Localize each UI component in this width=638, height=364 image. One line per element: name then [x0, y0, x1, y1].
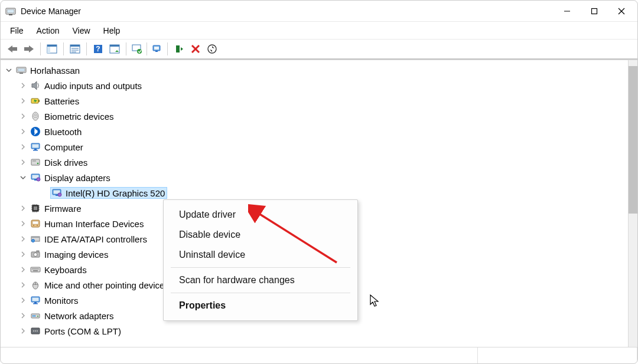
toolbar-uninstall[interactable]	[128, 41, 145, 57]
toolbar-back[interactable]	[4, 41, 21, 57]
svg-marker-37	[32, 81, 37, 90]
tree-node-label: Imaging devices	[44, 250, 108, 260]
toolbar-enable-device[interactable]	[171, 41, 187, 57]
camera-icon	[30, 249, 41, 260]
statusbar	[1, 347, 637, 363]
port-icon	[30, 326, 41, 336]
svg-rect-4	[592, 8, 597, 14]
tree-node-label: Batteries	[44, 96, 79, 106]
tree-node-label: IDE ATA/ATAPI controllers	[44, 234, 147, 244]
menu-help[interactable]: Help	[97, 24, 126, 38]
context-menu-item[interactable]: Update driver	[164, 205, 357, 225]
svg-rect-2	[9, 14, 12, 15]
context-menu-item[interactable]: Uninstall device	[164, 245, 357, 265]
close-button[interactable]	[608, 1, 635, 22]
tree-node[interactable]: Display adapters	[4, 170, 628, 185]
svg-rect-13	[70, 45, 80, 47]
tree-node[interactable]: Batteries	[4, 93, 628, 109]
svg-rect-85	[34, 268, 35, 269]
chevron-right-icon[interactable]	[18, 96, 28, 106]
minimize-button[interactable]	[554, 1, 581, 22]
chevron-right-icon[interactable]	[18, 204, 28, 213]
tree-node[interactable]: Ports (COM & LPT)	[4, 323, 628, 339]
fingerprint-icon	[30, 111, 41, 122]
chevron-right-icon[interactable]	[18, 311, 28, 320]
svg-rect-39	[38, 100, 40, 102]
svg-rect-45	[34, 149, 37, 150]
svg-point-75	[37, 225, 38, 226]
tree-node[interactable]: Computer	[4, 139, 628, 155]
svg-rect-94	[32, 298, 39, 301]
tree-node[interactable]: Biometric devices	[4, 109, 628, 124]
chevron-right-icon[interactable]	[18, 127, 28, 136]
svg-rect-46	[33, 150, 38, 151]
statusbar-cell	[1, 347, 478, 363]
svg-rect-20	[110, 45, 119, 47]
context-menu-item[interactable]: Disable device	[164, 225, 357, 245]
chevron-down-icon[interactable]	[18, 173, 28, 182]
svg-rect-27	[176, 45, 180, 53]
toolbar-help[interactable]: ?	[90, 41, 106, 57]
tree-node-label: Audio inputs and outputs	[44, 81, 142, 91]
toolbar: ?	[1, 40, 637, 60]
svg-rect-52	[34, 179, 37, 181]
svg-rect-81	[37, 251, 39, 252]
menu-action[interactable]: Action	[31, 24, 66, 38]
svg-rect-88	[38, 268, 38, 269]
tree-node-label: Ports (COM & LPT)	[44, 326, 121, 336]
chevron-right-icon[interactable]	[18, 142, 28, 152]
chevron-right-icon[interactable]	[18, 112, 28, 121]
chevron-right-icon[interactable]	[18, 219, 28, 228]
svg-point-104	[37, 330, 38, 332]
toolbar-forward[interactable]	[21, 41, 37, 57]
menu-view[interactable]: View	[66, 24, 96, 38]
svg-rect-47	[31, 159, 40, 165]
toolbar-disable[interactable]	[149, 41, 165, 57]
tree-node[interactable]: Disk drives	[4, 155, 628, 170]
svg-point-80	[34, 253, 37, 257]
tree-node[interactable]: Intel(R) HD Graphics 520	[4, 185, 628, 201]
chevron-down-icon[interactable]	[4, 65, 14, 75]
computer-icon	[16, 65, 27, 76]
svg-point-57	[58, 193, 61, 196]
menu-file[interactable]: File	[4, 24, 30, 38]
toolbar-remove-x[interactable]	[187, 41, 204, 57]
speaker-icon	[30, 80, 41, 91]
svg-rect-98	[32, 315, 34, 317]
chip-icon	[30, 203, 41, 214]
toolbar-scan[interactable]	[204, 41, 220, 57]
toolbar-update-driver[interactable]	[106, 41, 123, 57]
chevron-right-icon[interactable]	[18, 265, 28, 274]
tree-node[interactable]: Horlahassan	[4, 63, 628, 78]
window-title: Device Manager	[21, 6, 81, 16]
chevron-right-icon[interactable]	[18, 280, 28, 290]
chevron-right-icon[interactable]	[18, 234, 28, 244]
tree-node[interactable]: Audio inputs and outputs	[4, 78, 628, 93]
svg-rect-82	[31, 267, 40, 272]
chevron-right-icon[interactable]	[18, 250, 28, 259]
context-menu-item[interactable]: Properties	[164, 296, 357, 316]
svg-rect-11	[47, 47, 50, 53]
tree-node-label: Biometric devices	[44, 112, 114, 122]
menubar: File Action View Help	[1, 22, 637, 40]
chevron-right-icon[interactable]	[18, 326, 28, 336]
tree-node-label: Network adapters	[44, 311, 114, 321]
svg-rect-73	[32, 221, 38, 224]
context-menu[interactable]: Update driverDisable deviceUninstall dev…	[163, 199, 358, 321]
svg-point-53	[37, 178, 40, 181]
toolbar-properties[interactable]	[67, 41, 83, 57]
scrollbar-thumb[interactable]	[629, 66, 637, 214]
chevron-right-icon[interactable]	[18, 81, 28, 90]
chevron-right-icon[interactable]	[18, 296, 28, 305]
chevron-right-icon[interactable]	[18, 158, 28, 167]
tree-node[interactable]: Bluetooth	[4, 124, 628, 139]
toolbar-show-tree[interactable]	[44, 41, 60, 57]
svg-rect-77	[31, 237, 40, 238]
svg-marker-8	[24, 45, 34, 53]
context-menu-item[interactable]: Scan for hardware changes	[164, 270, 357, 290]
svg-point-100	[37, 316, 38, 317]
network-icon	[30, 310, 41, 321]
scrollbar[interactable]	[628, 60, 637, 347]
titlebar[interactable]: Device Manager	[1, 1, 637, 22]
maximize-button[interactable]	[581, 1, 608, 22]
